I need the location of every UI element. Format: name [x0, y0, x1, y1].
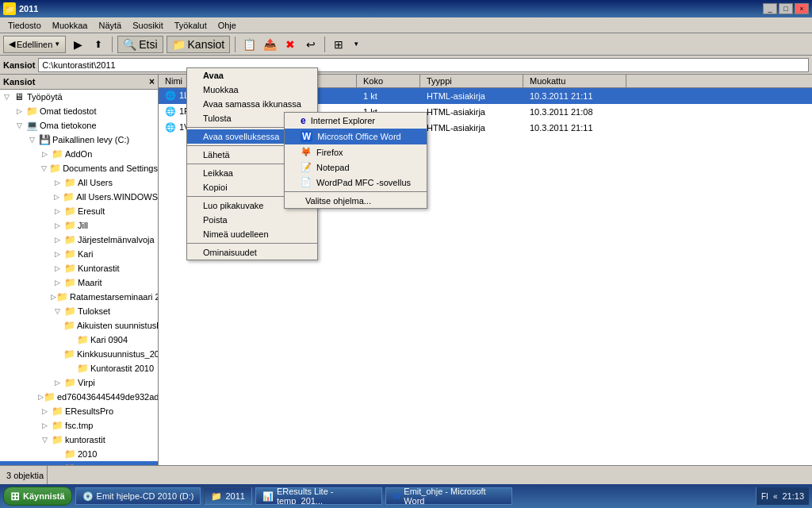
ctx-muokkaa[interactable]: Muokkaa — [187, 83, 317, 97]
menu-ohje[interactable]: Ohje — [213, 19, 241, 32]
expand-virpi[interactable]: ▷ — [51, 376, 63, 389]
back-dropdown-icon[interactable]: ▼ — [54, 40, 60, 48]
address-input[interactable] — [38, 58, 809, 72]
tree-item-addon[interactable]: ▷ 📁 AddOn — [0, 147, 158, 161]
tree-item-maarit[interactable]: ▷ 📁 Maarit — [0, 275, 158, 290]
ctx-avaa-samassa[interactable]: Avaa samassa ikkunassa — [187, 97, 317, 111]
submenu-word[interactable]: W Microsoft Office Word — [285, 129, 427, 144]
forward-button[interactable]: ▶ — [69, 36, 86, 53]
taskbar-word-label: Emit_ohje - Microsoft Word — [404, 487, 505, 505]
tree-item-2010[interactable]: 📁 2010 — [0, 447, 158, 461]
ctx-poista[interactable]: Poista — [187, 213, 317, 227]
expand-jill[interactable]: ▷ — [51, 219, 63, 232]
maximize-button[interactable]: □ — [779, 3, 793, 14]
menu-tiedosto[interactable]: Tiedosto — [3, 19, 46, 32]
expand-jarj[interactable]: ▷ — [51, 233, 63, 246]
expand-ratam[interactable]: ▷ — [51, 291, 56, 303]
tree-item-kuntorastit4[interactable]: ▷ 📁 Kuntorastit — [0, 261, 158, 275]
ctx-avaa[interactable]: Avaa — [187, 68, 317, 83]
ctx-nimea-uudelleen[interactable]: Nimeä uudelleen — [187, 227, 317, 241]
status-bar: 3 objektia — [0, 465, 812, 484]
tree-item-mycomp[interactable]: ▽ 💻 Oma tietokone — [0, 118, 158, 133]
tree-item-eresultpro[interactable]: ▷ 📁 EResultsPro — [0, 404, 158, 418]
menu-nayta[interactable]: Näytä — [94, 19, 126, 32]
delete-button[interactable]: ✖ — [282, 36, 299, 53]
copy-to-button[interactable]: 📋 — [240, 36, 258, 53]
window-title: 2011 — [19, 4, 38, 13]
expand-eresultpro[interactable]: ▷ — [38, 405, 51, 418]
menu-tyokalut[interactable]: Työkalut — [170, 19, 212, 32]
expand-maarit[interactable]: ▷ — [51, 276, 63, 289]
undo-button[interactable]: ↩ — [302, 36, 320, 53]
search-button[interactable]: 🔍 Etsi — [117, 36, 163, 53]
tree-item-allusers[interactable]: ▷ 📁 All Users — [0, 175, 158, 190]
sidebar-close-button[interactable]: × — [149, 76, 155, 87]
tray-arrows[interactable]: « — [773, 492, 778, 501]
tree-item-virpi[interactable]: ▷ 📁 Virpi — [0, 375, 158, 390]
submenu-ie[interactable]: e Internet Explorer — [285, 113, 427, 129]
col-header-date[interactable]: Muokattu — [523, 75, 626, 87]
taskbar-item-2011[interactable]: 📁 2011 — [204, 487, 251, 505]
tree-item-ed76[interactable]: ▷ 📁 ed760436445449de932ad5effa42 — [0, 390, 158, 404]
expand-eresult[interactable]: ▷ — [51, 205, 63, 217]
expand-ed76[interactable]: ▷ — [38, 391, 44, 403]
col-header-size[interactable]: Koko — [357, 75, 420, 87]
expand-docsets[interactable]: ▽ — [38, 162, 49, 175]
tree-item-myfiles[interactable]: ▷ 📁 Omat tiedostot — [0, 104, 158, 118]
expand-cdrive[interactable]: ▽ — [25, 133, 38, 146]
expand-allusers[interactable]: ▷ — [51, 176, 63, 189]
expand-allwin[interactable]: ▷ — [51, 190, 63, 203]
expand-fsctmp[interactable]: ▷ — [38, 419, 51, 432]
tree-item-jill[interactable]: ▷ 📁 Jill — [0, 218, 158, 233]
minimize-button[interactable]: _ — [763, 3, 777, 14]
move-to-button[interactable]: 📤 — [261, 36, 278, 53]
expand-mycomp[interactable]: ▽ — [13, 119, 25, 132]
expand-2010[interactable] — [51, 448, 63, 460]
tree-item-docsets[interactable]: ▽ 📁 Documents and Settings — [0, 161, 158, 175]
submenu-valitse[interactable]: Valitse ohjelma... — [285, 194, 427, 208]
start-button[interactable]: ⊞ Käynnistä — [3, 487, 72, 506]
taskbar-item-word[interactable]: W Emit_ohje - Microsoft Word — [385, 487, 512, 505]
tree-item-fsctmp[interactable]: ▷ 📁 fsc.tmp — [0, 418, 158, 433]
tree-item-ratam[interactable]: ▷ 📁 Ratamestarseminaari 281109 — [0, 290, 158, 304]
expand-kuntorastit4[interactable]: ▷ — [51, 262, 63, 275]
taskbar-item-eresults[interactable]: 📊 EResults Lite - temp_201... — [255, 487, 382, 505]
tree-item-kari09[interactable]: 📁 Kari 0904 — [0, 333, 158, 347]
expand-tulokset[interactable]: ▽ — [51, 305, 63, 318]
tree-item-eresult[interactable]: ▷ 📁 Eresult — [0, 204, 158, 218]
expand-desktop[interactable]: ▽ — [0, 90, 13, 103]
tree-item-allwin[interactable]: ▷ 📁 All Users.WINDOWS — [0, 190, 158, 204]
menu-suosikit[interactable]: Suosikit — [128, 19, 168, 32]
submenu-wordpad[interactable]: 📄 WordPad MFC -sovellus — [285, 175, 427, 190]
taskbar-item-emitcd[interactable]: 💿 Emit hjelpe-CD 2010 (D:) — [75, 487, 201, 505]
tree-label-ratam: Ratamestarseminaari 281109 — [70, 292, 159, 302]
expand-kari09[interactable] — [63, 333, 76, 346]
back-button[interactable]: ◀ Edellinen ▼ — [3, 36, 66, 53]
tree-item-kuntorastit3[interactable]: ▽ 📁 kuntorastit — [0, 433, 158, 447]
expand-kunto10[interactable] — [63, 362, 76, 375]
expand-addon[interactable]: ▷ — [38, 148, 51, 160]
tree-item-cdrive[interactable]: ▽ 💾 Paikallinen levy (C:) — [0, 133, 158, 147]
view-dropdown[interactable]: ▼ — [350, 36, 362, 53]
tree-item-jarj[interactable]: ▷ 📁 Järjestelmänvalvoja — [0, 233, 158, 247]
folders-button[interactable]: 📁 Kansiot — [167, 36, 231, 53]
submenu-firefox[interactable]: 🦊 Firefox — [285, 144, 427, 160]
tree-item-kari[interactable]: ▷ 📁 Kari — [0, 247, 158, 261]
tree-item-kunto10[interactable]: 📁 Kuntorastit 2010 — [0, 361, 158, 375]
submenu-notepad[interactable]: 📝 Notepad — [285, 160, 427, 175]
tree-item-kink09[interactable]: 📁 Kinkkusuunnistus_2009 — [0, 347, 158, 361]
tree-item-desktop[interactable]: ▽ 🖥 Työpöytä — [0, 90, 158, 104]
tree-label-kuntorastit3: kuntorastit — [65, 435, 105, 444]
up-button[interactable]: ⬆ — [90, 36, 107, 53]
tree-item-tulokset[interactable]: ▽ 📁 Tulokset — [0, 304, 158, 318]
close-button[interactable]: × — [795, 3, 809, 14]
col-header-type[interactable]: Tyyppi — [420, 75, 523, 87]
ctx-ominaisuudet[interactable]: Ominaisuudet — [187, 245, 317, 260]
expand-myfiles[interactable]: ▷ — [13, 105, 25, 117]
kunto10-icon: 📁 — [76, 362, 89, 375]
expand-kuntorastit3[interactable]: ▽ — [38, 433, 51, 446]
menu-muokkaa[interactable]: Muokkaa — [48, 19, 93, 32]
tree-item-aikuis[interactable]: 📁 Aikuisten suunnistuskoulu — [0, 318, 158, 333]
view-button[interactable]: ⊞ — [330, 36, 347, 53]
expand-kari[interactable]: ▷ — [51, 248, 63, 260]
